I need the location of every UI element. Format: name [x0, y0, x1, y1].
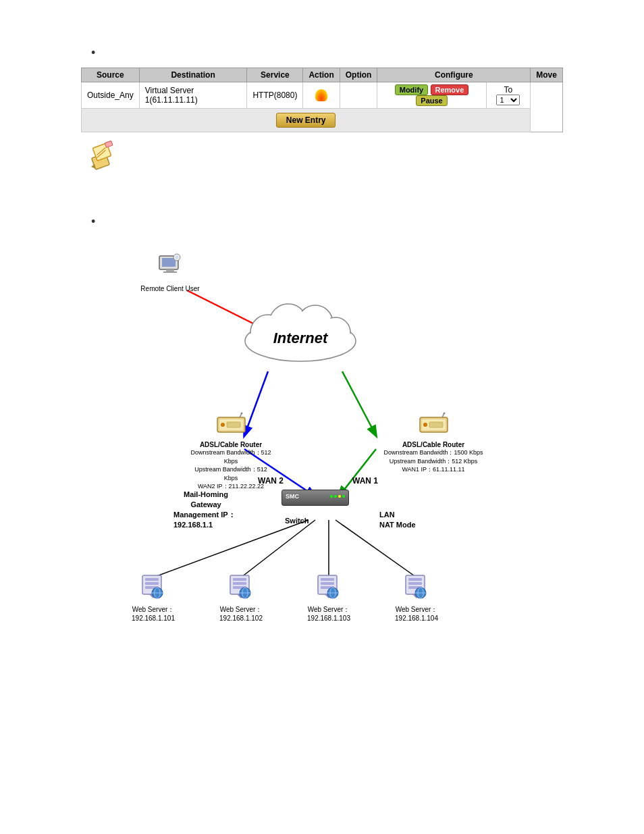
table-row: Outside_Any Virtual Server 1(61.11.11.11…	[82, 82, 563, 109]
note-icon-area	[88, 138, 122, 174]
remove-button[interactable]: Remove	[431, 84, 469, 95]
remote-client-node: Remote Client User	[140, 253, 200, 293]
svg-point-37	[240, 413, 242, 415]
svg-rect-54	[233, 582, 246, 585]
svg-rect-35	[227, 422, 240, 427]
svg-text:Internet: Internet	[273, 330, 329, 346]
cloud-svg: Internet	[238, 297, 363, 365]
gateway-label: Mail-HomingGateway	[184, 490, 228, 511]
smc-device: SMC	[281, 490, 349, 506]
svg-point-34	[221, 423, 225, 427]
bullet-2: •	[91, 215, 95, 229]
cell-option	[340, 82, 377, 109]
svg-rect-61	[321, 578, 334, 581]
col-configure: Configure	[377, 68, 531, 82]
web-server-2-label: Web Server：192.168.1.102	[211, 605, 271, 623]
wan1-router-node: ADSL/Cable Router Downstream Bandwidth：1…	[379, 412, 487, 474]
move-select[interactable]: 1	[496, 95, 520, 105]
diagram-section: Remote Client User Internet	[0, 240, 644, 658]
web-server-3-icon	[317, 574, 341, 601]
svg-rect-62	[321, 582, 334, 585]
col-action: Action	[303, 68, 340, 82]
cell-service: HTTP(8080)	[247, 82, 303, 109]
svg-point-20	[176, 256, 179, 259]
policy-table: Source Destination Service Action Option…	[81, 68, 563, 132]
remote-client-icon	[157, 253, 184, 280]
move-to-label: To	[504, 85, 513, 95]
wan2-router-icon	[216, 412, 246, 438]
smc-brand-label: SMC	[286, 493, 299, 500]
svg-rect-53	[233, 578, 246, 581]
col-source: Source	[82, 68, 140, 82]
new-entry-button[interactable]: New Entry	[276, 113, 336, 128]
management-ip-label: Management IP：192.168.1.1	[173, 510, 236, 531]
web-server-2-icon	[229, 574, 253, 601]
svg-rect-16	[162, 258, 176, 267]
web-server-4-node: Web Server：192.168.1.104	[386, 574, 447, 623]
modify-button[interactable]: Modify	[395, 84, 428, 95]
col-destination: Destination	[139, 68, 247, 82]
fire-icon	[315, 89, 327, 101]
wan1-router-label: ADSL/Cable Router	[379, 441, 487, 448]
web-server-1-label: Web Server：192.168.1.101	[123, 605, 184, 623]
svg-rect-46	[145, 582, 159, 585]
diagram-container: Remote Client User Internet	[86, 240, 558, 658]
web-server-2-node: Web Server：192.168.1.102	[211, 574, 271, 623]
svg-rect-69	[408, 578, 422, 581]
col-move: Move	[531, 68, 563, 82]
web-server-4-icon	[404, 574, 429, 601]
wan1-router-details: Downstream Bandwidth：1500 Kbps Upstream …	[379, 448, 487, 474]
internet-cloud: Internet	[238, 297, 363, 367]
new-entry-row: New Entry	[82, 109, 563, 132]
cell-destination: Virtual Server 1(61.11.11.11)	[139, 82, 247, 109]
svg-rect-5	[105, 140, 113, 147]
smc-node: SMC	[278, 490, 352, 507]
svg-rect-70	[408, 582, 422, 585]
wan1-label: WAN 1	[352, 476, 378, 486]
svg-point-43	[443, 413, 445, 415]
remote-client-label: Remote Client User	[140, 284, 200, 293]
policy-table-section: Source Destination Service Action Option…	[81, 68, 563, 132]
svg-rect-45	[145, 578, 159, 581]
cell-action	[303, 82, 340, 109]
web-server-3-node: Web Server：192.168.1.103	[298, 574, 359, 623]
wan2-router-label: ADSL/Cable Router	[190, 441, 271, 448]
svg-point-40	[423, 423, 427, 427]
web-server-1-node: Web Server：192.168.1.101	[123, 574, 184, 623]
cell-move: To 1	[486, 82, 531, 109]
col-service: Service	[247, 68, 303, 82]
edit-icon	[88, 138, 122, 172]
switch-label: Switch	[285, 517, 308, 525]
web-server-3-label: Web Server：192.168.1.103	[298, 605, 359, 623]
pause-button[interactable]: Pause	[416, 95, 447, 106]
cell-source: Outside_Any	[82, 82, 140, 109]
cell-configure: Modify Remove Pause	[377, 82, 486, 109]
wan1-router-icon	[419, 412, 449, 438]
lan-label: LANNAT Mode	[379, 510, 416, 531]
svg-rect-17	[166, 269, 174, 271]
svg-line-9	[342, 371, 376, 436]
col-option: Option	[340, 68, 377, 82]
svg-line-12	[241, 520, 315, 577]
svg-rect-18	[163, 271, 177, 273]
wan2-label: WAN 2	[258, 476, 284, 486]
bullet-1: •	[91, 46, 95, 60]
web-server-1-icon	[141, 574, 165, 601]
web-server-4-label: Web Server：192.168.1.104	[386, 605, 447, 623]
svg-rect-41	[429, 422, 443, 427]
